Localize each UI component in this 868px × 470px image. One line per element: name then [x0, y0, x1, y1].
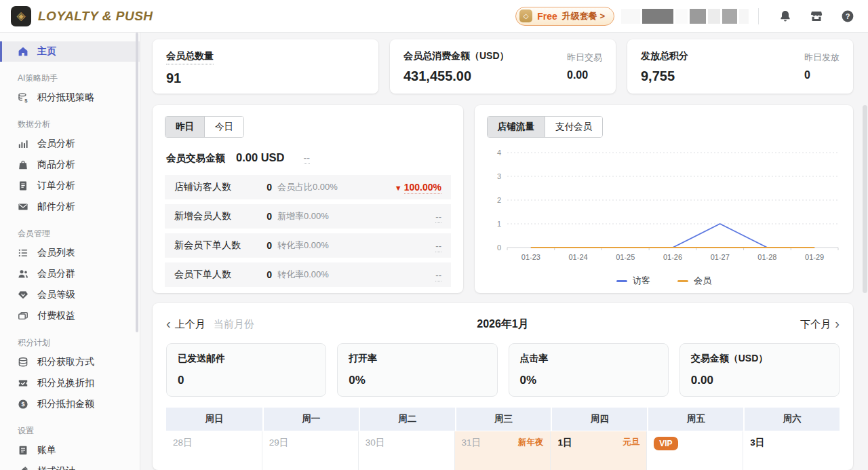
kpi-card-total-spend: 会员总消费金额（USD） 431,455.00 昨日交易 0.00	[390, 39, 616, 94]
sidebar-item-label: 积分获取方式	[37, 356, 94, 368]
sidebar-section-members: 会员管理	[18, 228, 140, 239]
txn-value: 0.00 USD	[236, 151, 285, 164]
metric-delta: --	[374, 270, 441, 280]
sidebar-item-points-earn[interactable]: 积分获取方式	[0, 352, 140, 372]
brand-logo-icon: ◈	[11, 6, 31, 26]
svg-text:$: $	[24, 98, 28, 104]
day-number: 31日	[462, 437, 481, 449]
calendar-panel: ‹ 上个月 当前月份 2026年1月 下个月 › 已发送邮件 0 打开率 0% …	[153, 303, 853, 470]
sidebar-item-label: 会员列表	[37, 247, 75, 259]
svg-text:3: 3	[497, 172, 501, 180]
weekday-label: 周一	[262, 408, 359, 431]
sidebar-item-order-analytics[interactable]: 订单分析	[0, 176, 140, 196]
vip-badge: VIP	[654, 437, 677, 450]
sidebar-item-label: 邮件分析	[37, 201, 75, 213]
sidebar-item-member-list[interactable]: 会员列表	[0, 243, 140, 263]
sidebar-item-label: 积分抵现策略	[37, 92, 94, 104]
kpi-value: 9,755	[641, 68, 688, 84]
traffic-toggle: 店铺流量 支付会员	[487, 116, 603, 138]
points-deduct-icon: $	[18, 399, 28, 410]
holiday-label: 新年夜	[518, 437, 544, 448]
sidebar-item-points-redeem[interactable]: 积分兑换折扣	[0, 373, 140, 393]
traffic-chart: 0123401-2301-2401-2501-2601-2701-2801-29	[487, 146, 841, 271]
metric-delta: --	[374, 212, 441, 222]
points-strategy-icon: $	[18, 92, 28, 103]
sidebar-section-points-plan: 积分计划	[18, 337, 140, 349]
txn-label: 会员交易金额	[166, 152, 225, 165]
legend-item[interactable]: 会员	[677, 275, 711, 287]
sidebar-item-email-analytics[interactable]: 邮件分析	[0, 197, 140, 217]
kpi-value: 91	[166, 71, 214, 86]
metric-name: 新增会员人数	[174, 210, 264, 222]
sidebar-item-paid-benefits[interactable]: 付费权益	[0, 306, 140, 326]
member-list-icon	[18, 248, 28, 258]
summary-card-emails-sent: 已发送邮件 0	[166, 343, 326, 397]
sidebar-item-points-strategy[interactable]: $ 积分抵现策略	[0, 87, 140, 108]
page-scrollbar[interactable]	[863, 105, 867, 293]
legend-item[interactable]: 访客	[616, 275, 650, 287]
order-analytics-icon	[18, 180, 28, 191]
sidebar-item-member-tiers[interactable]: 会员等级	[0, 285, 140, 305]
calendar-day-cell[interactable]: VIP	[647, 431, 743, 470]
metric-name: 会员下单人数	[174, 269, 264, 281]
summary-label: 交易金额（USD）	[691, 353, 828, 365]
sidebar-item-member-segments[interactable]: 会员分群	[0, 264, 140, 284]
svg-text:01-24: 01-24	[569, 253, 588, 261]
tab-store-traffic[interactable]: 店铺流量	[488, 117, 545, 137]
svg-text:01-29: 01-29	[805, 253, 824, 261]
metric-row-new-member-orders: 新会员下单人数 0 转化率0.00% --	[165, 233, 451, 258]
sidebar-item-product-analytics[interactable]: 商品分析	[0, 155, 140, 175]
svg-text:01-28: 01-28	[757, 253, 776, 261]
summary-card-transaction-amount: 交易金额（USD） 0.00	[679, 343, 840, 397]
metric-row-visitors: 店铺访客人数 0 会员占比0.00% ▼100.00%	[165, 175, 451, 199]
weekday-label: 周四	[551, 408, 647, 431]
svg-text:2: 2	[497, 196, 501, 204]
calendar-day-cell[interactable]: 31日 新年夜	[455, 431, 551, 470]
svg-text:01-25: 01-25	[616, 253, 635, 261]
upgrade-plan-button[interactable]: ◇ Free 升级套餐 >	[515, 7, 614, 26]
sidebar-item-label: 会员等级	[37, 289, 75, 301]
kpi-title: 发放总积分	[641, 50, 688, 62]
redacted-store-name	[621, 9, 749, 24]
metric-sub: 新增率0.00%	[277, 210, 374, 222]
member-analytics-icon	[18, 138, 28, 149]
day-number: 3日	[750, 437, 764, 449]
sidebar-item-style-design[interactable]: 样式设计	[0, 461, 140, 470]
down-arrow-icon: ▼	[395, 184, 402, 192]
sidebar-item-billing[interactable]: 账单	[0, 440, 140, 461]
kpi-card-total-points: 发放总积分 9,755 昨日发放 0	[627, 39, 853, 94]
calendar-day-cell[interactable]: 3日	[743, 431, 840, 470]
traffic-chart-wrap: 0123401-2301-2401-2501-2601-2701-2801-29…	[487, 146, 841, 287]
svg-text:0: 0	[497, 243, 501, 252]
tab-yesterday[interactable]: 昨日	[165, 117, 204, 137]
sidebar-item-member-analytics[interactable]: 会员分析	[0, 134, 140, 154]
weekday-label: 周二	[359, 408, 455, 431]
day-toggle: 昨日 今日	[165, 116, 244, 138]
calendar-day-cell[interactable]: 28日	[166, 431, 262, 470]
sidebar-item-home[interactable]: 主页	[0, 41, 140, 62]
calendar-day-cell[interactable]: 30日	[359, 431, 455, 470]
sidebar-item-points-deduct[interactable]: $ 积分抵扣金额	[0, 394, 140, 414]
calendar-weekday-header: 周日 周一 周二 周三 周四 周五 周六	[166, 408, 840, 431]
summary-card-click-rate: 点击率 0%	[509, 343, 669, 397]
calendar-day-cell[interactable]: 1日 元旦	[551, 431, 647, 470]
sidebar-section-analytics: 数据分析	[18, 119, 140, 130]
legend-swatch	[616, 280, 627, 282]
metric-row-member-orders: 会员下单人数 0 转化率0.00% --	[165, 262, 451, 287]
weekday-label: 周三	[455, 408, 551, 431]
calendar-day-cell[interactable]: 29日	[262, 431, 359, 470]
sidebar-scrollbar[interactable]	[136, 33, 138, 332]
metric-value: 0	[264, 211, 272, 222]
notification-bell-icon[interactable]	[778, 9, 792, 23]
storefront-icon[interactable]	[810, 9, 823, 23]
plan-free-label: Free	[537, 11, 557, 22]
tab-today[interactable]: 今日	[204, 117, 243, 137]
day-number: 29日	[269, 437, 289, 449]
tab-paying-members[interactable]: 支付会员	[545, 117, 602, 137]
metric-sub: 转化率0.00%	[277, 239, 374, 252]
help-icon[interactable]: ?	[841, 9, 854, 23]
svg-text:01-26: 01-26	[663, 253, 682, 261]
home-icon	[18, 46, 28, 57]
sidebar-section-settings: 设置	[18, 425, 140, 437]
sidebar-item-label: 付费权益	[37, 310, 75, 322]
